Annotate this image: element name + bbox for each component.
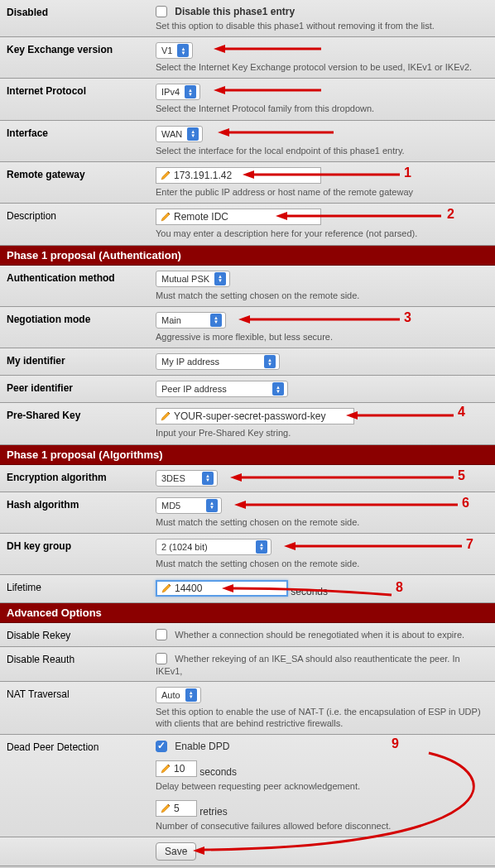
disabled-checkbox-label: Disable this phase1 entry xyxy=(175,6,295,17)
my-identifier-label: My identifier xyxy=(7,353,156,370)
hash-select[interactable]: MD5 xyxy=(156,497,222,514)
disabled-checkbox[interactable] xyxy=(156,6,167,17)
remote-gateway-help: Enter the public IP address or host name… xyxy=(156,186,488,198)
svg-marker-5 xyxy=(214,86,225,94)
callout-1: 1 xyxy=(404,165,411,180)
row-disabled: Disabled Disable this phase1 entry Set t… xyxy=(0,0,495,37)
hash-label: Hash algorithm xyxy=(7,497,156,528)
key-exchange-label: Key Exchange version xyxy=(7,42,156,73)
disable-reauth-checkbox[interactable] xyxy=(156,653,167,664)
row-remote-gateway: Remote gateway 173.191.1.42 1 Enter the … xyxy=(0,162,495,204)
key-exchange-help: Select the Internet Key Exchange protoco… xyxy=(156,61,488,73)
svg-marker-19 xyxy=(234,501,246,509)
disable-rekey-help: Whether a connection should be renegotia… xyxy=(175,630,464,640)
pencil-icon xyxy=(160,211,171,223)
dropdown-arrow-icon xyxy=(214,272,226,285)
row-peer-identifier: Peer identifier Peer IP address xyxy=(0,376,495,403)
dh-help: Must match the setting chosen on the rem… xyxy=(156,558,488,569)
psk-help: Input your Pre-Shared Key string. xyxy=(156,427,488,439)
row-lifetime: Lifetime 14400 seconds 8 xyxy=(0,575,495,603)
disable-rekey-checkbox[interactable] xyxy=(156,629,167,640)
disable-rekey-label: Disable Rekey xyxy=(7,628,156,641)
dropdown-arrow-icon xyxy=(206,499,218,512)
section-adv-header: Advanced Options xyxy=(0,603,495,623)
callout-6: 6 xyxy=(462,496,469,511)
pencil-icon xyxy=(160,170,171,181)
dropdown-arrow-icon xyxy=(185,688,197,702)
peer-identifier-select[interactable]: Peer IP address xyxy=(156,381,288,397)
disabled-help: Set this option to disable this phase1 w… xyxy=(156,20,488,31)
auth-method-label: Authentication method xyxy=(7,271,156,301)
row-dpd: Dead Peer Detection Enable DPD 9 10 seco… xyxy=(0,735,495,837)
negotiation-select[interactable]: Main xyxy=(156,312,226,328)
svg-marker-7 xyxy=(218,128,229,137)
encryption-label: Encryption algorithm xyxy=(7,470,156,487)
dpd-retries-unit: retries xyxy=(199,806,227,818)
row-auth-method: Authentication method Mutual PSK Must ma… xyxy=(0,266,495,307)
row-internet-protocol: Internet Protocol IPv4 Select the Intern… xyxy=(0,79,495,120)
callout-7: 7 xyxy=(466,537,473,552)
dpd-seconds-help: Delay between requesting peer acknowledg… xyxy=(156,780,488,792)
lifetime-label: Lifetime xyxy=(7,580,156,597)
section-auth-header: Phase 1 proposal (Authentication) xyxy=(0,246,495,266)
row-negotiation-mode: Negotiation mode Main 3 Aggressive is mo… xyxy=(0,307,495,348)
auth-method-help: Must match the setting chosen on the rem… xyxy=(156,290,488,301)
hash-help: Must match the setting chosen on the rem… xyxy=(156,516,488,528)
dropdown-arrow-icon xyxy=(202,472,214,485)
key-exchange-select[interactable]: V1 xyxy=(156,42,193,59)
row-interface: Interface WAN Select the interface for t… xyxy=(0,121,495,162)
callout-9: 9 xyxy=(392,736,399,751)
dh-select[interactable]: 2 (1024 bit) xyxy=(156,539,272,555)
pencil-icon xyxy=(160,410,171,422)
dpd-checkbox[interactable] xyxy=(156,741,167,752)
remote-gateway-input[interactable]: 173.191.1.42 xyxy=(156,167,321,184)
save-button[interactable]: Save xyxy=(156,842,196,861)
description-input[interactable]: Remote IDC xyxy=(156,209,321,225)
encryption-select[interactable]: 3DES xyxy=(156,470,218,487)
negotiation-label: Negotiation mode xyxy=(7,312,156,343)
lifetime-input[interactable]: 14400 xyxy=(156,580,288,597)
interface-label: Interface xyxy=(7,126,156,156)
auth-method-select[interactable]: Mutual PSK xyxy=(156,271,230,287)
dropdown-arrow-icon xyxy=(264,355,276,368)
description-label: Description xyxy=(7,209,156,239)
dpd-label: Dead Peer Detection xyxy=(7,740,156,832)
interface-select[interactable]: WAN xyxy=(156,126,203,142)
internet-protocol-label: Internet Protocol xyxy=(7,84,156,114)
peer-identifier-label: Peer identifier xyxy=(7,381,156,397)
callout-4: 4 xyxy=(458,405,465,420)
row-my-identifier: My identifier My IP address xyxy=(0,348,495,376)
svg-marker-21 xyxy=(284,542,296,550)
dpd-seconds-input[interactable]: 10 xyxy=(156,760,197,777)
dropdown-arrow-icon xyxy=(256,540,267,554)
remote-gateway-label: Remote gateway xyxy=(7,167,156,198)
callout-8: 8 xyxy=(396,580,403,595)
internet-protocol-select[interactable]: IPv4 xyxy=(156,84,200,100)
disable-reauth-help: Whether rekeying of an IKE_SA should als… xyxy=(156,654,460,676)
negotiation-help: Aggressive is more flexible, but less se… xyxy=(156,331,488,343)
my-identifier-select[interactable]: My IP address xyxy=(156,353,280,370)
svg-marker-3 xyxy=(214,45,225,53)
nat-select[interactable]: Auto xyxy=(156,687,201,703)
pencil-icon xyxy=(161,583,172,594)
lifetime-unit: seconds xyxy=(291,586,328,597)
pencil-icon xyxy=(160,763,171,774)
dropdown-arrow-icon xyxy=(272,382,284,396)
disabled-label: Disabled xyxy=(7,5,156,31)
psk-input[interactable]: YOUR-super-secret-password-key xyxy=(156,408,354,424)
dh-label: DH key group xyxy=(7,539,156,569)
svg-marker-17 xyxy=(230,473,242,482)
row-disable-reauth: Disable Reauth Whether rekeying of an IK… xyxy=(0,647,495,682)
row-disable-rekey: Disable Rekey Whether a connection shoul… xyxy=(0,623,495,647)
callout-3: 3 xyxy=(404,310,411,325)
dpd-retries-help: Number of consecutive failures allowed b… xyxy=(156,820,488,832)
dropdown-arrow-icon xyxy=(185,85,196,98)
disable-reauth-label: Disable Reauth xyxy=(7,652,156,676)
dpd-retries-input[interactable]: 5 xyxy=(156,800,197,817)
row-nat: NAT Traversal Auto Set this option to en… xyxy=(0,682,495,736)
callout-5: 5 xyxy=(458,468,465,483)
dropdown-arrow-icon xyxy=(177,44,189,57)
interface-help: Select the interface for the local endpo… xyxy=(156,145,488,156)
dropdown-arrow-icon xyxy=(187,127,199,141)
dpd-checkbox-label: Enable DPD xyxy=(175,741,229,752)
